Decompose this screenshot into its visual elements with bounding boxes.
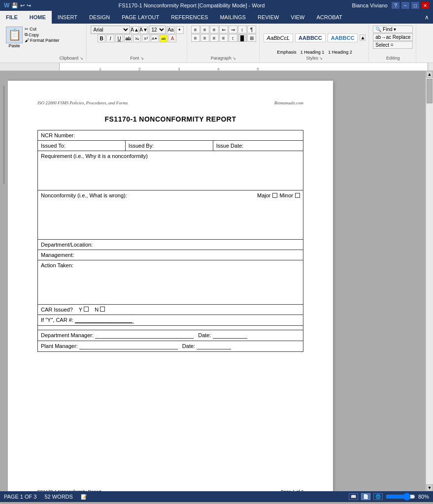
plant-manager-line — [79, 343, 178, 349]
borders-button[interactable]: ⊞ — [247, 34, 256, 42]
paste-button[interactable]: 📋 Paste — [5, 26, 24, 49]
align-left-button[interactable]: ≡ — [191, 34, 200, 42]
tab-file[interactable]: FILE — [0, 11, 24, 24]
tab-acrobat[interactable]: ACROBAT — [310, 11, 348, 24]
scroll-up-button[interactable]: ▲ — [426, 71, 433, 78]
view-print-button[interactable]: 📄 — [361, 493, 370, 500]
font-size-select[interactable]: 12 — [149, 26, 166, 34]
multilevel-list-button[interactable]: ≡ — [210, 26, 219, 33]
style-h1-label: 1 Heading 1 — [300, 50, 325, 55]
major-minor-group: Major Minor — [257, 192, 300, 198]
save-icon[interactable]: 💾 — [11, 2, 18, 9]
dept-manager-label: Department Manager: — [41, 332, 94, 338]
font-color-button[interactable]: A — [168, 34, 176, 42]
minor-label: Minor — [279, 192, 293, 198]
tab-references[interactable]: REFERENCES — [165, 11, 214, 24]
window-title: FS1170-1 Nonconformity Report [Compatibi… — [31, 2, 352, 8]
nonconformity-cell: Nonconformity (i.e., What is wrong): Maj… — [38, 190, 303, 240]
replace-button[interactable]: ab→ac Replace — [373, 33, 413, 41]
clear-format-button[interactable]: ✦ — [176, 26, 184, 34]
shrink-font-button[interactable]: A▼ — [140, 26, 148, 34]
document-scroll-area[interactable]: ISO 22000 FSMS Policies, Procedures, and… — [8, 71, 426, 491]
car-n-checkbox[interactable] — [100, 307, 105, 312]
redo-icon[interactable]: ↪ — [27, 2, 31, 9]
sort-button[interactable]: ↕ — [238, 26, 247, 33]
word-icon: W — [4, 2, 9, 9]
style-heading2[interactable]: AABBCC — [328, 33, 358, 42]
ribbon-collapse-icon[interactable]: ∧ — [425, 14, 429, 21]
car-num-row: If "Y", CAR #: ___________________ — [38, 315, 303, 326]
styles-scroll-up[interactable]: ▲ — [360, 34, 366, 41]
scroll-thumb[interactable] — [427, 79, 433, 103]
cut-button[interactable]: ✂Cut — [25, 27, 60, 32]
style-emphasis-label: Emphasis — [277, 50, 297, 55]
vertical-scrollbar[interactable]: ▲ ▼ — [426, 71, 433, 491]
align-right-button[interactable]: ≡ — [210, 34, 219, 42]
page-info: PAGE 1 OF 3 — [4, 494, 36, 500]
tab-page-layout[interactable]: PAGE LAYOUT — [116, 11, 165, 24]
dept-label: Department/Location: — [41, 242, 93, 248]
view-web-button[interactable]: 🌐 — [373, 493, 383, 500]
minimize-button[interactable]: − — [401, 2, 409, 9]
car-y-checkbox[interactable] — [84, 307, 89, 312]
justify-button[interactable]: ≡ — [219, 34, 228, 42]
highlight-button[interactable]: ab — [160, 34, 167, 42]
tab-design[interactable]: DESIGN — [83, 11, 116, 24]
management-row: Management: — [38, 250, 303, 260]
text-effects-button[interactable]: A✦ — [151, 34, 159, 42]
track-changes-icon[interactable]: 📝 — [81, 494, 87, 500]
close-button[interactable]: ✕ — [421, 2, 429, 9]
ribbon-tab-bar: FILE HOME INSERT DESIGN PAGE LAYOUT REFE… — [0, 11, 433, 24]
format-painter-button[interactable]: 🖌Format Painter — [25, 38, 60, 43]
scroll-down-button[interactable]: ▼ — [426, 484, 433, 491]
paste-label: Paste — [8, 43, 20, 48]
maximize-button[interactable]: □ — [411, 2, 419, 9]
car-num-cell: If "Y", CAR #: ___________________ — [38, 315, 303, 326]
style-heading1[interactable]: AABBCC — [295, 33, 326, 42]
dept-manager-cell: Department Manager: Date: — [38, 330, 303, 341]
strikethrough-button[interactable]: ab — [124, 34, 132, 42]
font-name-select[interactable]: Arial — [91, 26, 130, 34]
tab-insert[interactable]: INSERT — [52, 11, 83, 24]
separator-cell — [38, 326, 303, 330]
bold-button[interactable]: B — [98, 34, 105, 42]
select-button[interactable]: Select = — [373, 41, 413, 49]
dept-row: Department/Location: — [38, 240, 303, 250]
decrease-indent-button[interactable]: ⇐ — [219, 26, 228, 33]
show-formatting-button[interactable]: ¶ — [247, 26, 256, 33]
find-button[interactable]: 🔍 Find ▾ — [373, 26, 413, 33]
line-spacing-button[interactable]: ↕ — [229, 34, 237, 42]
clipboard-group: 📋 Paste ✂Cut ⧉Copy 🖌Format Painter Clipb… — [2, 25, 87, 62]
align-center-button[interactable]: ≡ — [200, 34, 209, 42]
minor-checkbox[interactable] — [295, 193, 300, 198]
ruler: 1 2 3 4 5 — [0, 63, 433, 71]
issued-by-cell: Issued By: — [125, 141, 213, 151]
numbering-button[interactable]: ≡ — [200, 26, 209, 33]
italic-button[interactable]: I — [106, 34, 114, 42]
tab-view[interactable]: VIEW — [285, 11, 310, 24]
action-row: Action Taken: — [38, 260, 303, 305]
view-read-button[interactable]: 📖 — [349, 493, 358, 500]
plant-manager-row: Plant Manager: Date: — [38, 341, 303, 352]
car-num-line: ___________________ — [75, 317, 134, 323]
ncr-label: NCR Number: — [41, 132, 75, 138]
major-checkbox[interactable] — [272, 193, 277, 198]
action-label: Action Taken: — [41, 262, 73, 268]
subscript-button[interactable]: X₂ — [133, 34, 141, 42]
tab-review[interactable]: REVIEW — [252, 11, 285, 24]
change-case-button[interactable]: Aa — [167, 26, 175, 34]
superscript-button[interactable]: X² — [142, 34, 150, 42]
bullets-button[interactable]: ≡ — [191, 26, 200, 33]
copy-button[interactable]: ⧉Copy — [25, 32, 60, 37]
zoom-slider[interactable] — [386, 495, 415, 499]
increase-indent-button[interactable]: ⇒ — [229, 26, 237, 33]
tab-mailings[interactable]: MAILINGS — [214, 11, 252, 24]
style-emphasis[interactable]: AaBbCcL — [264, 33, 293, 42]
underline-button[interactable]: U — [115, 34, 123, 42]
grow-font-button[interactable]: A▲ — [131, 26, 139, 34]
tab-home[interactable]: HOME — [24, 11, 52, 24]
help-button[interactable]: ? — [392, 2, 400, 9]
shading-button[interactable]: █ — [238, 34, 247, 42]
undo-icon[interactable]: ↩ — [20, 2, 25, 9]
date-line-1 — [213, 332, 247, 339]
